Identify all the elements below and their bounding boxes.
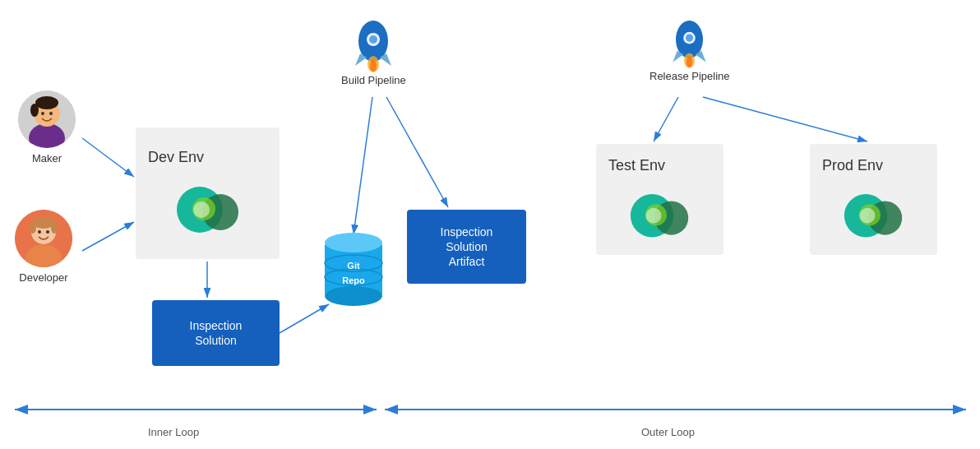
dev-env-title: Dev Env (144, 149, 204, 166)
svg-point-49 (686, 35, 693, 42)
svg-point-36 (369, 35, 377, 44)
svg-point-23 (30, 222, 36, 234)
test-env-title: Test Env (604, 157, 665, 174)
maker-persona: Maker (18, 90, 76, 164)
svg-point-38 (370, 60, 377, 72)
release-pipeline-icon (667, 16, 712, 70)
developer-label: Developer (19, 271, 67, 284)
prod-env-icon (843, 181, 904, 243)
outer-loop-label: Outer Loop (641, 426, 695, 438)
svg-line-3 (82, 222, 134, 251)
release-pipeline-label: Release Pipeline (649, 70, 730, 82)
svg-point-59 (860, 207, 876, 223)
svg-line-8 (654, 97, 678, 141)
prod-env-title: Prod Env (818, 157, 883, 174)
svg-point-55 (646, 207, 662, 223)
inspection-solution-label: InspectionSolution (190, 318, 243, 348)
svg-point-16 (30, 104, 39, 117)
svg-point-24 (51, 222, 58, 234)
svg-line-5 (280, 304, 329, 333)
svg-point-15 (35, 96, 58, 109)
git-repo-label: GitRepo (342, 261, 365, 285)
svg-point-18 (49, 112, 53, 115)
svg-point-51 (686, 57, 692, 67)
prod-env-box: Prod Env (810, 144, 937, 255)
build-pipeline: Build Pipeline (341, 16, 406, 86)
svg-point-41 (325, 286, 382, 306)
dev-env-icon (175, 173, 241, 238)
svg-point-26 (46, 230, 49, 234)
build-pipeline-icon (349, 16, 398, 74)
svg-line-2 (82, 138, 134, 177)
test-env-icon (629, 181, 691, 243)
dev-env-box: Dev Env (136, 127, 280, 259)
svg-line-6 (354, 97, 372, 234)
svg-point-30 (193, 201, 210, 218)
test-env-box: Test Env (596, 144, 723, 255)
developer-persona: Developer (15, 210, 72, 284)
svg-line-7 (386, 97, 448, 207)
svg-point-17 (41, 112, 44, 115)
inspection-solution-box: InspectionSolution (152, 300, 280, 366)
diagram-container: Maker Developer Dev En (0, 0, 980, 449)
maker-label: Maker (32, 152, 62, 164)
svg-point-40 (325, 233, 382, 252)
release-pipeline: Release Pipeline (649, 16, 730, 82)
inner-loop-label: Inner Loop (148, 426, 199, 438)
svg-line-9 (703, 97, 867, 141)
svg-point-25 (38, 230, 41, 234)
inspection-artifact-box: InspectionSolutionArtifact (407, 210, 526, 284)
inspection-artifact-label: InspectionSolutionArtifact (441, 224, 493, 270)
git-repo: GitRepo (321, 226, 386, 308)
build-pipeline-label: Build Pipeline (341, 74, 406, 86)
